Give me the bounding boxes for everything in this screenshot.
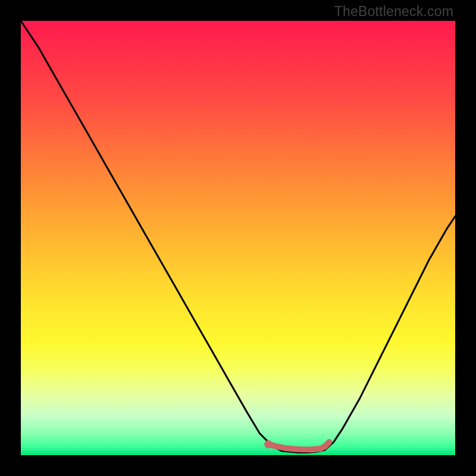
- bottleneck-curve: [21, 21, 455, 453]
- plot-area: [21, 21, 455, 455]
- curve-layer: [21, 21, 455, 455]
- optimal-point-marker: [264, 440, 273, 449]
- chart-frame: TheBottleneck.com: [0, 0, 476, 476]
- highlight-segment: [268, 442, 329, 449]
- watermark-text: TheBottleneck.com: [334, 4, 453, 20]
